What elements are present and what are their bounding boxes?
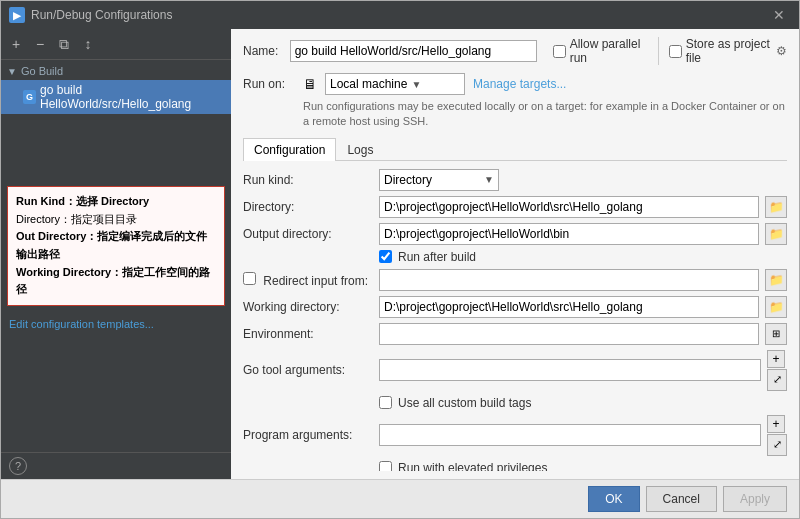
bottom-bar: OK Cancel Apply [1, 479, 799, 518]
dialog-title: Run/Debug Configurations [31, 8, 767, 22]
config-content: Run kind: Directory ▼ Directory: 📁 Outpu… [243, 169, 787, 471]
dialog-icon: ▶ [9, 7, 25, 23]
environment-label: Environment: [243, 327, 373, 341]
divider [658, 37, 659, 65]
add-config-button[interactable]: + [5, 33, 27, 55]
program-args-btns: + ⤢ [767, 415, 787, 456]
redirect-row: Redirect input from: 📁 [243, 269, 787, 291]
ok-button[interactable]: OK [588, 486, 639, 512]
config-tree: ▼ Go Build G go build HelloWorld/src/Hel… [1, 60, 231, 180]
go-tool-args-expand-btn[interactable]: ⤢ [767, 369, 787, 391]
remove-config-button[interactable]: − [29, 33, 51, 55]
annotation-line1: Run Kind：选择 Directory [16, 193, 216, 211]
name-row: Name: Allow parallel run Store as projec… [243, 37, 787, 65]
output-dir-row: Output directory: 📁 [243, 223, 787, 245]
edit-templates-link[interactable]: Edit configuration templates... [1, 312, 231, 336]
run-after-build-checkbox[interactable] [379, 250, 392, 263]
working-dir-browse-button[interactable]: 📁 [765, 296, 787, 318]
right-panel: Name: Allow parallel run Store as projec… [231, 29, 799, 479]
annotation-line3: Out Directory：指定编译完成后的文件输出路径 [16, 228, 216, 263]
redirect-input[interactable] [379, 269, 759, 291]
allow-parallel-label: Allow parallel run [570, 37, 648, 65]
name-input[interactable] [290, 40, 537, 62]
elevated-priv-label: Run with elevated privileges [398, 461, 547, 471]
go-tool-args-row: Go tool arguments: + ⤢ [243, 350, 787, 391]
run-on-value: Local machine [330, 77, 407, 91]
tree-item-go-build[interactable]: G go build HelloWorld/src/Hello_golang [1, 80, 231, 114]
tree-group-arrow: ▼ [7, 66, 17, 77]
directory-label: Directory: [243, 200, 373, 214]
custom-tags-row: Use all custom build tags [243, 396, 787, 410]
program-args-expand-btn[interactable]: ⤢ [767, 434, 787, 456]
run-on-icon: 🖥 [303, 76, 317, 92]
go-tool-args-input[interactable] [379, 359, 761, 381]
manage-targets-link[interactable]: Manage targets... [473, 77, 566, 91]
annotation-line2: Directory：指定项目目录 [16, 211, 216, 229]
working-dir-row: Working directory: 📁 [243, 296, 787, 318]
working-dir-label: Working directory: [243, 300, 373, 314]
tab-logs[interactable]: Logs [336, 138, 384, 161]
redirect-browse-button[interactable]: 📁 [765, 269, 787, 291]
tree-item-icon: G [23, 90, 36, 104]
annotation-line4: Working Directory：指定工作空间的路径 [16, 264, 216, 299]
store-project-checkbox[interactable] [669, 45, 682, 58]
tree-toolbar: + − ⧉ ↕ [1, 29, 231, 60]
store-project-row: Store as project file ⚙ [669, 37, 787, 65]
run-on-label: Run on: [243, 77, 295, 91]
sort-config-button[interactable]: ↕ [77, 33, 99, 55]
run-kind-value: Directory [384, 173, 432, 187]
working-dir-input[interactable] [379, 296, 759, 318]
apply-button[interactable]: Apply [723, 486, 787, 512]
output-dir-label: Output directory: [243, 227, 373, 241]
output-dir-browse-button[interactable]: 📁 [765, 223, 787, 245]
tree-item-label: go build HelloWorld/src/Hello_golang [40, 83, 223, 111]
go-tool-args-label: Go tool arguments: [243, 363, 373, 377]
redirect-checkbox[interactable] [243, 272, 256, 285]
program-args-row: Program arguments: + ⤢ [243, 415, 787, 456]
go-tool-args-add-btn[interactable]: + [767, 350, 785, 368]
name-label: Name: [243, 44, 282, 58]
directory-browse-button[interactable]: 📁 [765, 196, 787, 218]
directory-row: Directory: 📁 [243, 196, 787, 218]
run-kind-label: Run kind: [243, 173, 373, 187]
program-args-input[interactable] [379, 424, 761, 446]
annotation-box: Run Kind：选择 Directory Directory：指定项目目录 O… [7, 186, 225, 306]
hint-text: Run configurations may be executed local… [303, 99, 787, 130]
custom-tags-checkbox[interactable] [379, 396, 392, 409]
custom-tags-label: Use all custom build tags [398, 396, 531, 410]
redirect-label: Redirect input from: [243, 272, 373, 288]
run-kind-arrow: ▼ [484, 174, 494, 185]
allow-parallel-row: Allow parallel run [553, 37, 648, 65]
run-on-dropdown[interactable]: Local machine ▼ [325, 73, 465, 95]
run-on-row: Run on: 🖥 Local machine ▼ Manage targets… [243, 73, 787, 95]
help-button[interactable]: ? [9, 457, 27, 475]
environment-row: Environment: ⊞ [243, 323, 787, 345]
program-args-label: Program arguments: [243, 428, 373, 442]
elevated-priv-row: Run with elevated privileges [243, 461, 787, 471]
run-after-build-row: Run after build [243, 250, 787, 264]
store-project-label: Store as project file [686, 37, 772, 65]
elevated-priv-checkbox[interactable] [379, 461, 392, 471]
cancel-button[interactable]: Cancel [646, 486, 717, 512]
tree-group-label-text: Go Build [21, 65, 63, 77]
environment-input[interactable] [379, 323, 759, 345]
title-bar: ▶ Run/Debug Configurations ✕ [1, 1, 799, 29]
go-tool-args-btns: + ⤢ [767, 350, 787, 391]
tree-group[interactable]: ▼ Go Build [1, 62, 231, 80]
store-project-settings-icon[interactable]: ⚙ [776, 44, 787, 58]
help-area: ? [1, 452, 231, 479]
copy-config-button[interactable]: ⧉ [53, 33, 75, 55]
run-after-build-label: Run after build [398, 250, 476, 264]
run-kind-row: Run kind: Directory ▼ [243, 169, 787, 191]
left-panel: + − ⧉ ↕ ▼ Go Build G go build HelloWorld… [1, 29, 231, 479]
tab-configuration[interactable]: Configuration [243, 138, 336, 161]
run-kind-dropdown[interactable]: Directory ▼ [379, 169, 499, 191]
run-on-arrow: ▼ [411, 79, 421, 90]
close-button[interactable]: ✕ [767, 5, 791, 25]
allow-parallel-checkbox[interactable] [553, 45, 566, 58]
config-tabs: Configuration Logs [243, 138, 787, 161]
directory-input[interactable] [379, 196, 759, 218]
program-args-add-btn[interactable]: + [767, 415, 785, 433]
environment-browse-button[interactable]: ⊞ [765, 323, 787, 345]
output-dir-input[interactable] [379, 223, 759, 245]
